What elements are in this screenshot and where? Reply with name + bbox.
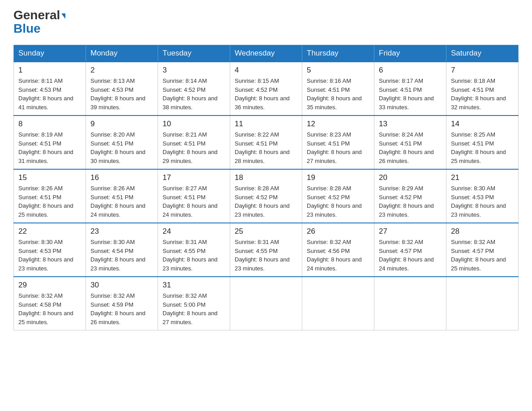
day-info: Sunrise: 8:27 AMSunset: 4:51 PMDaylight:… [163,184,225,219]
day-number: 28 [451,227,514,236]
calendar-day-cell: 31Sunrise: 8:32 AMSunset: 5:00 PMDayligh… [158,277,230,330]
calendar-day-cell: 7Sunrise: 8:18 AMSunset: 4:51 PMDaylight… [446,62,519,116]
calendar-day-cell: 6Sunrise: 8:17 AMSunset: 4:51 PMDaylight… [374,62,446,116]
day-info: Sunrise: 8:11 AMSunset: 4:53 PMDaylight:… [18,77,81,111]
day-info: Sunrise: 8:24 AMSunset: 4:51 PMDaylight:… [379,130,442,165]
day-info: Sunrise: 8:30 AMSunset: 4:54 PMDaylight:… [90,238,153,273]
calendar-day-cell [374,277,446,330]
day-info: Sunrise: 8:18 AMSunset: 4:51 PMDaylight:… [451,77,514,111]
calendar-day-cell: 16Sunrise: 8:26 AMSunset: 4:51 PMDayligh… [86,169,158,223]
day-number: 15 [18,173,81,182]
calendar-day-cell: 13Sunrise: 8:24 AMSunset: 4:51 PMDayligh… [374,116,446,169]
day-info: Sunrise: 8:32 AMSunset: 5:00 PMDaylight:… [163,291,225,326]
day-number: 14 [451,120,514,128]
page-header: General Blue [13,9,519,36]
calendar-day-cell: 29Sunrise: 8:32 AMSunset: 4:58 PMDayligh… [14,277,86,330]
day-info: Sunrise: 8:28 AMSunset: 4:52 PMDaylight:… [307,184,369,219]
day-number: 2 [90,66,153,75]
calendar-week-row: 15Sunrise: 8:26 AMSunset: 4:51 PMDayligh… [14,169,519,223]
day-info: Sunrise: 8:15 AMSunset: 4:52 PMDaylight:… [235,77,297,111]
day-number: 6 [379,66,442,75]
calendar-day-cell: 21Sunrise: 8:30 AMSunset: 4:53 PMDayligh… [446,169,519,223]
day-info: Sunrise: 8:30 AMSunset: 4:53 PMDaylight:… [451,184,514,219]
day-number: 17 [163,173,225,182]
calendar-day-cell: 24Sunrise: 8:31 AMSunset: 4:55 PMDayligh… [158,223,230,277]
day-info: Sunrise: 8:32 AMSunset: 4:59 PMDaylight:… [90,291,153,326]
day-info: Sunrise: 8:26 AMSunset: 4:51 PMDaylight:… [18,184,81,219]
calendar-day-cell: 17Sunrise: 8:27 AMSunset: 4:51 PMDayligh… [158,169,230,223]
calendar-day-cell: 14Sunrise: 8:25 AMSunset: 4:51 PMDayligh… [446,116,519,169]
day-number: 16 [90,173,153,182]
day-of-week-header: Thursday [302,45,374,62]
day-number: 18 [235,173,297,182]
day-number: 26 [307,227,369,236]
day-number: 7 [451,66,514,75]
day-info: Sunrise: 8:31 AMSunset: 4:55 PMDaylight:… [163,238,225,273]
calendar-day-cell: 25Sunrise: 8:31 AMSunset: 4:55 PMDayligh… [230,223,302,277]
calendar-day-cell: 22Sunrise: 8:30 AMSunset: 4:53 PMDayligh… [14,223,86,277]
calendar-header-row: SundayMondayTuesdayWednesdayThursdayFrid… [14,45,519,62]
day-number: 3 [163,66,225,75]
day-info: Sunrise: 8:32 AMSunset: 4:58 PMDaylight:… [18,291,81,326]
day-number: 12 [307,120,369,128]
day-number: 30 [90,281,153,290]
calendar-day-cell: 20Sunrise: 8:29 AMSunset: 4:52 PMDayligh… [374,169,446,223]
logo: General Blue [13,9,65,36]
day-of-week-header: Monday [86,45,158,62]
day-info: Sunrise: 8:32 AMSunset: 4:56 PMDaylight:… [307,238,369,273]
logo-line2: Blue [13,21,41,36]
calendar-day-cell: 1Sunrise: 8:11 AMSunset: 4:53 PMDaylight… [14,62,86,116]
day-info: Sunrise: 8:29 AMSunset: 4:52 PMDaylight:… [379,184,442,219]
day-number: 31 [163,281,225,290]
calendar-week-row: 22Sunrise: 8:30 AMSunset: 4:53 PMDayligh… [14,223,519,277]
day-number: 22 [18,227,81,236]
calendar-day-cell: 8Sunrise: 8:19 AMSunset: 4:51 PMDaylight… [14,116,86,169]
day-number: 5 [307,66,369,75]
day-info: Sunrise: 8:28 AMSunset: 4:52 PMDaylight:… [235,184,297,219]
calendar-day-cell: 12Sunrise: 8:23 AMSunset: 4:51 PMDayligh… [302,116,374,169]
day-number: 11 [235,120,297,128]
day-info: Sunrise: 8:21 AMSunset: 4:51 PMDaylight:… [163,130,225,165]
calendar-day-cell: 5Sunrise: 8:16 AMSunset: 4:51 PMDaylight… [302,62,374,116]
day-info: Sunrise: 8:19 AMSunset: 4:51 PMDaylight:… [18,130,81,165]
calendar-week-row: 8Sunrise: 8:19 AMSunset: 4:51 PMDaylight… [14,116,519,169]
day-of-week-header: Tuesday [158,45,230,62]
day-number: 27 [379,227,442,236]
day-info: Sunrise: 8:26 AMSunset: 4:51 PMDaylight:… [90,184,153,219]
day-info: Sunrise: 8:22 AMSunset: 4:51 PMDaylight:… [235,130,297,165]
day-info: Sunrise: 8:13 AMSunset: 4:53 PMDaylight:… [90,77,153,111]
day-info: Sunrise: 8:32 AMSunset: 4:57 PMDaylight:… [379,238,442,273]
calendar-day-cell: 27Sunrise: 8:32 AMSunset: 4:57 PMDayligh… [374,223,446,277]
day-info: Sunrise: 8:32 AMSunset: 4:57 PMDaylight:… [451,238,514,273]
day-of-week-header: Saturday [446,45,519,62]
day-info: Sunrise: 8:14 AMSunset: 4:52 PMDaylight:… [163,77,225,111]
calendar-day-cell: 10Sunrise: 8:21 AMSunset: 4:51 PMDayligh… [158,116,230,169]
day-info: Sunrise: 8:20 AMSunset: 4:51 PMDaylight:… [90,130,153,165]
day-of-week-header: Friday [374,45,446,62]
calendar-day-cell: 26Sunrise: 8:32 AMSunset: 4:56 PMDayligh… [302,223,374,277]
day-number: 19 [307,173,369,182]
day-info: Sunrise: 8:17 AMSunset: 4:51 PMDaylight:… [379,77,442,111]
calendar-day-cell: 23Sunrise: 8:30 AMSunset: 4:54 PMDayligh… [86,223,158,277]
calendar-day-cell [446,277,519,330]
day-info: Sunrise: 8:31 AMSunset: 4:55 PMDaylight:… [235,238,297,273]
calendar-week-row: 29Sunrise: 8:32 AMSunset: 4:58 PMDayligh… [14,277,519,330]
calendar-day-cell: 3Sunrise: 8:14 AMSunset: 4:52 PMDaylight… [158,62,230,116]
day-of-week-header: Sunday [14,45,86,62]
day-number: 29 [18,281,81,290]
calendar-day-cell: 4Sunrise: 8:15 AMSunset: 4:52 PMDaylight… [230,62,302,116]
calendar-day-cell [302,277,374,330]
calendar-week-row: 1Sunrise: 8:11 AMSunset: 4:53 PMDaylight… [14,62,519,116]
day-number: 20 [379,173,442,182]
calendar-day-cell: 19Sunrise: 8:28 AMSunset: 4:52 PMDayligh… [302,169,374,223]
calendar-day-cell: 30Sunrise: 8:32 AMSunset: 4:59 PMDayligh… [86,277,158,330]
logo-line1: General [13,9,65,21]
day-info: Sunrise: 8:25 AMSunset: 4:51 PMDaylight:… [451,130,514,165]
day-info: Sunrise: 8:16 AMSunset: 4:51 PMDaylight:… [307,77,369,111]
calendar-day-cell: 9Sunrise: 8:20 AMSunset: 4:51 PMDaylight… [86,116,158,169]
calendar-day-cell: 15Sunrise: 8:26 AMSunset: 4:51 PMDayligh… [14,169,86,223]
calendar-table: SundayMondayTuesdayWednesdayThursdayFrid… [13,45,519,330]
day-number: 25 [235,227,297,236]
day-of-week-header: Wednesday [230,45,302,62]
day-number: 1 [18,66,81,75]
